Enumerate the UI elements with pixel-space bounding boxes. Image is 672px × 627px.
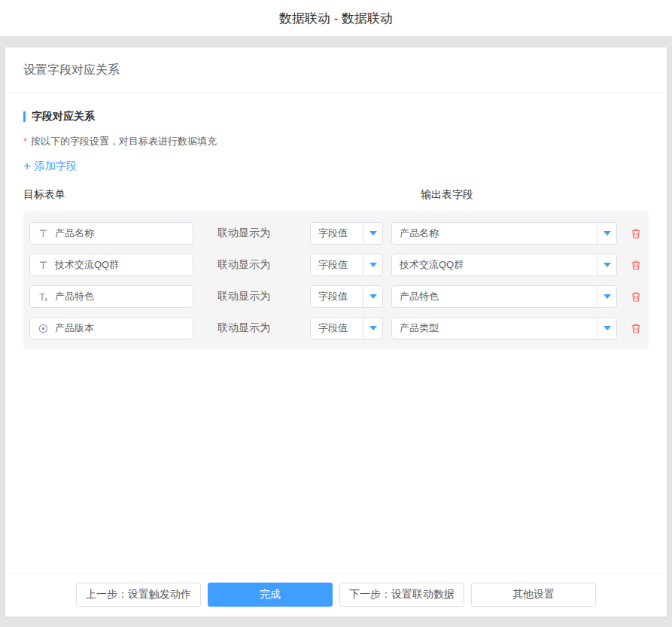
table-row: 联动显示为 字段值 产品特色: [29, 285, 643, 308]
column-header-target-form: 目标表单: [23, 188, 421, 202]
link-display-label: 联动显示为: [217, 258, 310, 272]
display-mode-value: 字段值: [311, 254, 363, 275]
add-field-button[interactable]: + 添加字段: [23, 160, 77, 173]
hint-text: *按以下的字段设置，对目标表进行数据填充: [23, 135, 649, 148]
card-title: 设置字段对应关系: [23, 63, 120, 76]
link-display-label: 联动显示为: [217, 321, 310, 335]
display-mode-value: 字段值: [311, 318, 363, 339]
single-line-text-icon: [37, 259, 49, 271]
prev-step-button[interactable]: 上一步：设置触发动作: [76, 583, 201, 607]
target-field-input[interactable]: [29, 222, 193, 245]
table-row: 联动显示为 字段值 产品类型: [29, 317, 643, 339]
display-mode-select[interactable]: 字段值: [310, 254, 383, 276]
target-field-value[interactable]: [55, 260, 186, 271]
section-title: 字段对应关系: [23, 110, 649, 123]
delete-row-button[interactable]: [629, 321, 643, 335]
card-body: 字段对应关系 *按以下的字段设置，对目标表进行数据填充 + 添加字段 目标表单 …: [5, 93, 667, 573]
output-field-select[interactable]: 产品特色: [391, 285, 617, 308]
delete-row-button[interactable]: [629, 258, 643, 272]
delete-row-button[interactable]: [629, 290, 643, 303]
page-title: 数据联动 - 数据联动: [279, 10, 393, 27]
done-button[interactable]: 完成: [208, 583, 333, 607]
output-field-value: 产品名称: [392, 223, 597, 244]
hint-label: 按以下的字段设置，对目标表进行数据填充: [31, 135, 217, 147]
link-display-label: 联动显示为: [217, 290, 310, 303]
card-header: 设置字段对应关系: [5, 47, 667, 93]
output-field-select[interactable]: 产品类型: [391, 317, 617, 339]
output-field-value: 技术交流QQ群: [392, 254, 597, 275]
table-row: 联动显示为 字段值 产品名称: [29, 222, 643, 245]
chevron-down-icon[interactable]: [363, 318, 382, 339]
section-title-text: 字段对应关系: [32, 110, 95, 123]
output-field-value: 产品特色: [392, 286, 597, 307]
chevron-down-icon[interactable]: [597, 223, 616, 244]
top-bar: 数据联动 - 数据联动: [0, 0, 672, 37]
display-mode-value: 字段值: [311, 286, 363, 307]
chevron-down-icon[interactable]: [597, 286, 616, 307]
column-header-output-field: 输出表字段: [421, 188, 473, 202]
single-line-text-icon: [37, 227, 49, 239]
page: 数据联动 - 数据联动 设置字段对应关系 字段对应关系 *按以下的字段设置，对目…: [0, 0, 672, 627]
delete-row-button[interactable]: [629, 227, 643, 240]
settings-card: 设置字段对应关系 字段对应关系 *按以下的字段设置，对目标表进行数据填充 + 添…: [5, 47, 667, 617]
section-accent-bar: [23, 111, 26, 122]
display-mode-select[interactable]: 字段值: [310, 317, 383, 339]
chevron-down-icon[interactable]: [597, 318, 616, 339]
chevron-down-icon[interactable]: [363, 286, 382, 307]
column-headers: 目标表单 输出表字段: [23, 188, 649, 202]
target-field-input[interactable]: [29, 317, 193, 339]
target-field-value[interactable]: [55, 228, 186, 239]
display-mode-select[interactable]: 字段值: [310, 222, 383, 245]
table-row: 联动显示为 字段值 技术交流QQ群: [29, 254, 643, 276]
target-field-input[interactable]: [29, 285, 193, 308]
field-mapping-panel: 联动显示为 字段值 产品名称: [23, 212, 649, 349]
next-step-button[interactable]: 下一步：设置联动数据: [339, 583, 464, 607]
multi-line-text-icon: [37, 291, 49, 303]
link-display-label: 联动显示为: [217, 227, 310, 240]
chevron-down-icon[interactable]: [363, 223, 382, 244]
target-field-value[interactable]: [55, 323, 186, 334]
output-field-select[interactable]: 产品名称: [391, 222, 617, 245]
display-mode-value: 字段值: [311, 223, 363, 244]
footer-actions: 上一步：设置触发动作 完成 下一步：设置联动数据 其他设置: [5, 573, 667, 616]
chevron-down-icon[interactable]: [363, 254, 382, 275]
output-field-value: 产品类型: [392, 318, 597, 339]
target-field-value[interactable]: [55, 291, 186, 303]
add-field-label: 添加字段: [35, 160, 77, 173]
required-asterisk: *: [23, 135, 27, 147]
output-field-select[interactable]: 技术交流QQ群: [391, 254, 617, 276]
radio-icon: [37, 322, 49, 334]
plus-icon: +: [23, 161, 31, 172]
target-field-input[interactable]: [29, 254, 193, 276]
other-settings-button[interactable]: 其他设置: [471, 583, 596, 607]
display-mode-select[interactable]: 字段值: [310, 285, 383, 308]
chevron-down-icon[interactable]: [597, 254, 616, 275]
